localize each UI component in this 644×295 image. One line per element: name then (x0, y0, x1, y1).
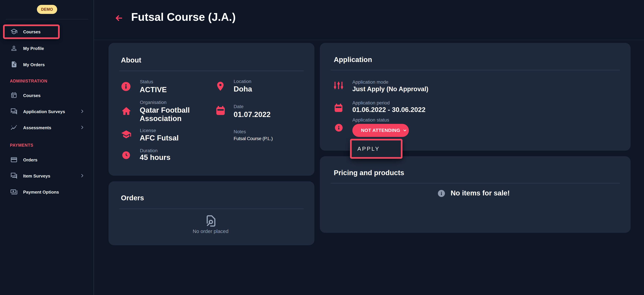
svg-text:$: $ (13, 63, 14, 66)
